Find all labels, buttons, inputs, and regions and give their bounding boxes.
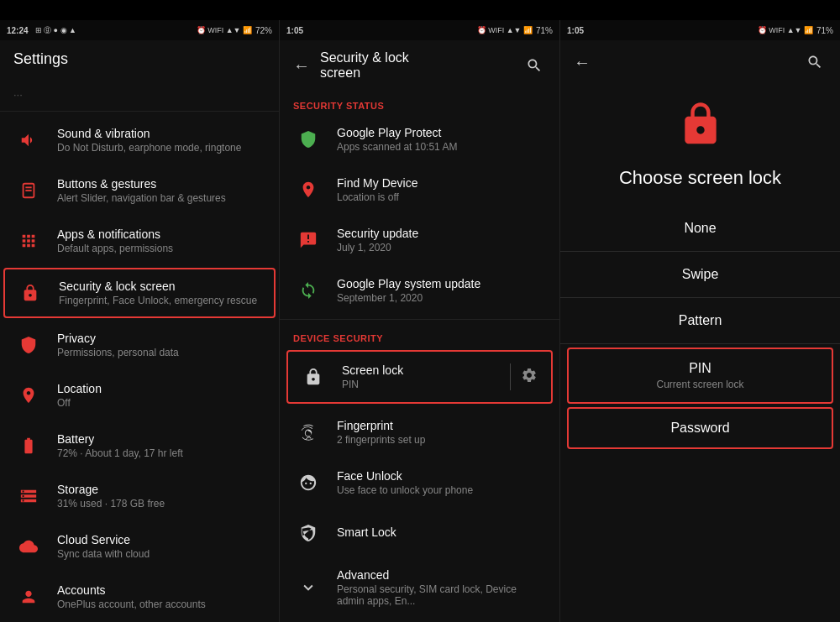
search-icon-middle[interactable]	[522, 54, 546, 77]
battery-left: 72%	[255, 26, 272, 35]
status-bar-right: 1:05 ⏰ WIFI ▲▼ 📶 71%	[560, 20, 840, 40]
security-header: 1:05 ⏰ WIFI ▲▼ 📶 71% ← Security & lock s…	[280, 20, 559, 91]
screen-lock-item[interactable]: Screen lock PIN	[288, 352, 551, 402]
back-button-middle[interactable]: ←	[293, 56, 310, 76]
divider-security	[280, 319, 559, 320]
face-unlock-icon	[293, 468, 323, 498]
smart-lock-text: Smart Lock	[337, 525, 546, 541]
battery-icon	[13, 431, 44, 461]
signal-middle: ⏰ WIFI ▲▼ 📶	[477, 26, 533, 34]
fingerprint-item[interactable]: Fingerprint 2 fingerprints set up	[280, 407, 559, 457]
settings-item-security[interactable]: Security & lock screen Fingerprint, Face…	[5, 269, 274, 316]
settings-item-accounts[interactable]: Accounts OnePlus account, other accounts	[0, 572, 279, 622]
battery-middle: 71%	[536, 26, 553, 35]
find-my-device-text: Find My Device Location is off	[337, 176, 546, 203]
privacy-icon	[13, 330, 44, 360]
fingerprint-icon	[293, 417, 323, 447]
sound-icon	[13, 125, 44, 155]
cloud-text: Cloud Service Sync data with cloud	[57, 533, 265, 560]
location-text: Location Off	[57, 382, 265, 409]
sound-text: Sound & vibration Do Not Disturb, earpho…	[57, 127, 265, 154]
choose-lock-content: Choose screen lock None Swipe Pattern PI…	[560, 84, 840, 461]
battery-text: Battery 72% · About 1 day, 17 hr left	[57, 432, 265, 459]
cloud-icon	[13, 531, 44, 562]
security-panel-title: Security & lock screen	[320, 50, 422, 81]
smart-lock-item[interactable]: Smart Lock	[280, 508, 559, 558]
settings-item-sound[interactable]: Sound & vibration Do Not Disturb, earpho…	[0, 115, 279, 165]
security-update-icon	[293, 225, 323, 255]
security-update-item[interactable]: Security update July 1, 2020	[280, 215, 559, 265]
google-play-system-icon	[293, 275, 323, 306]
google-play-system-item[interactable]: Google Play system update September 1, 2…	[280, 265, 559, 316]
security-update-text: Security update July 1, 2020	[337, 227, 546, 254]
lock-options-list: None Swipe Pattern PIN Current screen lo…	[560, 206, 840, 452]
advanced-text: Advanced Personal security, SIM card loc…	[337, 568, 546, 607]
settings-list: ··· Sound & vibration Do Not Disturb, ea…	[0, 78, 279, 622]
advanced-chevron-icon	[293, 572, 323, 603]
choose-lock-panel: 1:05 ⏰ WIFI ▲▼ 📶 71% ← Choose screen loc…	[560, 20, 840, 622]
google-play-system-text: Google Play system update September 1, 2…	[337, 277, 546, 304]
find-my-device-icon	[293, 175, 323, 205]
signal-right: ⏰ WIFI ▲▼ 📶	[758, 26, 813, 34]
settings-item-buttons[interactable]: Buttons & gestures Alert Slider, navigat…	[0, 165, 279, 216]
google-play-protect-item[interactable]: Google Play Protect Apps scanned at 10:5…	[280, 114, 559, 165]
lock-big-icon	[677, 101, 724, 157]
advanced-item[interactable]: Advanced Personal security, SIM card loc…	[280, 558, 559, 617]
svg-rect-2	[25, 190, 31, 191]
settings-item-storage[interactable]: Storage 31% used · 178 GB free	[0, 471, 279, 521]
find-my-device-item[interactable]: Find My Device Location is off	[280, 165, 559, 215]
storage-icon	[13, 481, 44, 511]
choose-lock-header: 1:05 ⏰ WIFI ▲▼ 📶 71% ←	[560, 20, 840, 84]
accounts-icon	[13, 582, 44, 612]
settings-item-privacy[interactable]: Privacy Permissions, personal data	[0, 320, 279, 370]
battery-right: 71%	[816, 26, 833, 35]
lock-option-password[interactable]: Password	[567, 407, 833, 449]
accounts-text: Accounts OnePlus account, other accounts	[57, 583, 265, 610]
storage-text: Storage 31% used · 178 GB free	[57, 483, 265, 510]
signal-left: ⏰ WIFI ▲▼ 📶	[197, 26, 252, 34]
settings-item-battery[interactable]: Battery 72% · About 1 day, 17 hr left	[0, 421, 279, 471]
smart-lock-icon	[293, 518, 323, 548]
choose-lock-title: Choose screen lock	[619, 167, 781, 189]
time-left: 12:24	[7, 26, 29, 35]
google-play-protect-icon	[293, 124, 323, 154]
settings-title: Settings	[13, 50, 265, 68]
security-icon	[15, 278, 45, 308]
vertical-divider	[510, 363, 511, 390]
face-unlock-text: Face Unlock Use face to unlock your phon…	[337, 469, 546, 496]
screen-lock-container: Screen lock PIN	[286, 350, 553, 404]
truncated-top: ···	[0, 81, 279, 107]
security-panel: 1:05 ⏰ WIFI ▲▼ 📶 71% ← Security & lock s…	[280, 20, 560, 622]
security-text: Security & lock screen Fingerprint, Face…	[59, 280, 264, 306]
lock-option-none[interactable]: None	[560, 206, 840, 252]
screen-lock-icon	[298, 362, 328, 392]
lock-option-swipe[interactable]: Swipe	[560, 252, 840, 298]
svg-rect-1	[25, 186, 31, 188]
time-middle: 1:05	[286, 26, 303, 35]
fingerprint-text: Fingerprint 2 fingerprints set up	[337, 419, 546, 446]
search-icon-right[interactable]	[803, 50, 827, 74]
location-icon	[13, 380, 44, 410]
settings-header: 12:24 ⊞ ⓖ ● ◉ ▲ ⏰ WIFI ▲▼ 📶 72% Settings	[0, 20, 279, 78]
google-play-protect-text: Google Play Protect Apps scanned at 10:5…	[337, 126, 546, 153]
lock-option-pattern[interactable]: Pattern	[560, 298, 840, 344]
screen-lock-text: Screen lock PIN	[342, 363, 503, 390]
apps-icon	[13, 226, 44, 256]
security-status-label: SECURITY STATUS	[280, 91, 559, 114]
device-security-label: DEVICE SECURITY	[280, 323, 559, 347]
face-unlock-item[interactable]: Face Unlock Use face to unlock your phon…	[280, 457, 559, 508]
settings-item-cloud[interactable]: Cloud Service Sync data with cloud	[0, 521, 279, 572]
lock-option-pin[interactable]: PIN Current screen lock	[567, 348, 833, 404]
gear-icon[interactable]	[517, 363, 541, 391]
app-icons: ⊞ ⓖ ● ◉ ▲	[35, 25, 76, 36]
privacy-text: Privacy Permissions, personal data	[57, 332, 265, 358]
settings-item-apps[interactable]: Apps & notifications Default apps, permi…	[0, 216, 279, 266]
buttons-icon	[13, 175, 44, 206]
divider	[0, 111, 279, 112]
time-right: 1:05	[567, 26, 584, 35]
apps-text: Apps & notifications Default apps, permi…	[57, 227, 265, 254]
settings-item-location[interactable]: Location Off	[0, 370, 279, 421]
buttons-text: Buttons & gestures Alert Slider, navigat…	[57, 177, 265, 204]
settings-panel: 12:24 ⊞ ⓖ ● ◉ ▲ ⏰ WIFI ▲▼ 📶 72% Settings…	[0, 20, 280, 622]
back-button-right[interactable]: ←	[574, 53, 591, 72]
